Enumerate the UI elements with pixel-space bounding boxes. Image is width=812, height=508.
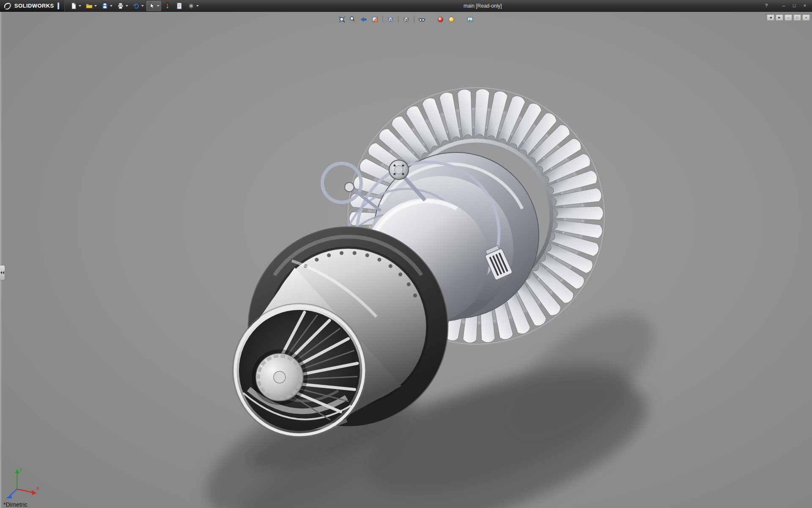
dropdown-caret-icon [79,5,81,7]
view-orientation-icon [387,16,395,23]
title-bar: SOLIDWORKS [0,0,812,12]
document-window-controls: ◄ ► – □ × [767,14,810,21]
save-icon [101,2,109,10]
title-area: main [Read-only] [204,3,762,9]
previous-pane-button[interactable]: ◄ [767,14,774,21]
previous-view-button[interactable] [359,15,369,24]
edit-appearance-button[interactable] [436,15,445,24]
options-button[interactable] [186,1,200,11]
options-icon [187,2,195,10]
dropdown-caret-icon [196,5,199,7]
dropdown-caret-icon [141,5,144,7]
toolbar-separator [383,16,383,22]
brand-name: SOLIDWORKS [14,3,54,9]
headsup-view-toolbar [337,15,475,24]
toolbar-separator [398,16,399,22]
maximize-button[interactable]: □ [790,2,799,9]
solidworks-window: SOLIDWORKS [0,0,812,508]
zoom-to-fit-icon [338,16,346,23]
display-style-button[interactable] [402,15,411,24]
shaft-hub[interactable] [252,349,307,405]
expand-arrow-icon [0,271,2,274]
view-settings-icon [466,16,474,23]
apply-scene-button[interactable] [447,15,456,24]
doc-close-button[interactable]: × [802,14,810,21]
section-view-icon [371,16,379,23]
close-button[interactable]: × [800,2,809,9]
doc-minimize-button[interactable]: – [785,14,792,21]
zoom-to-fit-button[interactable] [337,15,347,24]
view-orientation-label: *Dimetric [3,502,27,508]
open-button[interactable] [84,1,99,11]
next-pane-button[interactable]: ► [776,14,783,21]
doc-restore-button[interactable]: □ [793,14,801,21]
select-cursor-icon [148,2,156,10]
rebuild-icon [164,2,171,10]
z-axis-arrow [6,494,12,499]
x-axis-arrow [32,490,37,495]
select-tool-button[interactable] [146,1,161,11]
apply-scene-icon [448,16,455,23]
panel-splitter[interactable] [0,12,2,508]
new-document-icon [70,2,77,10]
zoom-to-area-icon [349,16,357,23]
document-title: main [Read-only] [464,3,502,9]
section-view-button[interactable] [370,15,380,24]
file-properties-icon [176,2,183,10]
open-folder-icon [85,2,93,10]
toolbar-separator [414,16,414,22]
orientation-triad: y x [1,464,41,505]
hide-show-items-button[interactable] [417,15,427,24]
rebuild-button[interactable] [162,1,173,11]
window-controls: ? – □ × [762,2,812,9]
previous-view-icon [360,16,368,23]
file-properties-button[interactable] [174,1,185,11]
help-button[interactable]: ? [762,2,771,9]
y-axis-label: y [19,466,22,472]
graphics-viewport[interactable]: ◄ ► – □ × y x *Dimetric [0,12,812,508]
view-orientation-button[interactable] [386,15,395,24]
dropdown-caret-icon [110,5,112,7]
dropdown-caret-icon [94,5,97,7]
dropdown-caret-icon [126,5,128,7]
zoom-to-area-button[interactable] [348,15,358,24]
main-toolbar [65,1,204,11]
minimize-button[interactable]: – [779,2,788,9]
dropdown-caret-icon [157,5,159,7]
3d-scene[interactable] [0,12,812,508]
solidworks-logo-icon [3,2,12,10]
hide-show-items-icon [418,16,426,23]
view-settings-button[interactable] [466,15,475,24]
featuremanager-expand-tab[interactable] [0,265,5,280]
new-document-button[interactable] [68,1,83,11]
print-icon [117,2,124,10]
edit-appearance-icon [437,16,444,23]
expand-arrow-icon [3,271,4,274]
undo-icon [132,2,140,10]
solidworks-logo: SOLIDWORKS [0,0,65,11]
display-style-icon [403,16,410,23]
menu-flyout-handle[interactable] [58,3,59,9]
save-button[interactable] [99,1,114,11]
print-button[interactable] [115,1,130,11]
undo-button[interactable] [131,1,145,11]
y-axis-arrow [15,469,19,474]
x-axis-label: x [36,485,39,491]
